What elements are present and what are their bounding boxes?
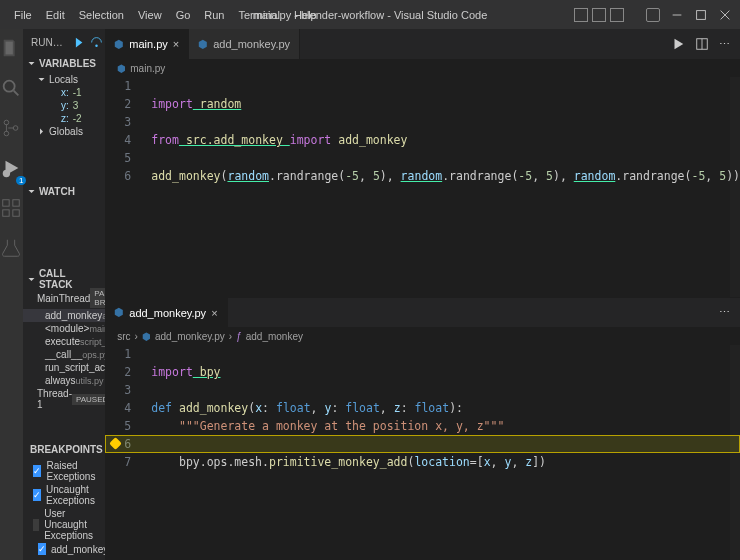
activity-bar: 1: [0, 29, 23, 560]
menu-view[interactable]: View: [132, 5, 168, 25]
window-title: main.py - blender-workflow - Visual Stud…: [253, 9, 488, 21]
chevron-down-icon: [27, 187, 36, 196]
breakpoints-header[interactable]: BREAKPOINTS: [23, 441, 105, 457]
extensions-icon[interactable]: [0, 197, 22, 221]
run-header: RUN… ⋯ ▾ ⋯: [23, 29, 105, 55]
current-line-highlight: [105, 435, 740, 453]
variable-z[interactable]: z:-2: [37, 112, 105, 125]
run-debug-icon[interactable]: 1: [0, 157, 22, 181]
svg-rect-6: [3, 200, 9, 206]
menu-run[interactable]: Run: [198, 5, 230, 25]
source-control-icon[interactable]: [0, 117, 22, 141]
python-file-icon: ⬢: [142, 331, 151, 342]
testing-icon[interactable]: [0, 237, 22, 261]
run-icon[interactable]: [671, 37, 685, 51]
split-editor-icon[interactable]: [695, 37, 709, 51]
line-gutter: 123456: [105, 77, 145, 297]
menu-edit[interactable]: Edit: [40, 5, 71, 25]
editor-tabs: ⬢main.py× ⬢add_monkey.py ⋯: [105, 29, 740, 59]
breadcrumb[interactable]: ⬢main.py: [105, 59, 740, 77]
editor-main[interactable]: 123456 import random from src.add_monkey…: [105, 77, 740, 297]
bp-file[interactable]: ✓add_monkey.pysrc6: [33, 542, 105, 556]
stack-frame[interactable]: __call__ops.py130:1: [23, 348, 105, 361]
continue-icon: [71, 36, 84, 49]
python-file-icon: ⬢: [198, 38, 208, 51]
minimap[interactable]: [730, 345, 740, 560]
variable-x[interactable]: x:-1: [37, 86, 105, 99]
variables-header[interactable]: VARIABLES: [23, 55, 105, 71]
bp-uncaught-exceptions[interactable]: ✓Uncaught Exceptions: [33, 483, 105, 507]
layout-icons[interactable]: [574, 8, 624, 22]
tab-add-monkey-py-2[interactable]: ⬢add_monkey.py×: [105, 298, 227, 327]
svg-rect-9: [13, 210, 19, 216]
menu-selection[interactable]: Selection: [73, 5, 130, 25]
menu-file[interactable]: File: [8, 5, 38, 25]
tab-add-monkey-py[interactable]: ⬢add_monkey.py: [189, 29, 300, 59]
menu-go[interactable]: Go: [170, 5, 197, 25]
more-icon[interactable]: ⋯: [719, 38, 730, 51]
watch-body: [23, 199, 105, 271]
minimize-icon[interactable]: [670, 8, 684, 22]
close-icon[interactable]: [718, 8, 732, 22]
stack-frame[interactable]: executescript_runner.py16:1: [23, 335, 105, 348]
debug-sidebar: RUN… ⋯ ▾ ⋯ VARIABLES Locals x:-1 y:3 z:-…: [23, 29, 105, 560]
tab-main-py[interactable]: ⬢main.py×: [105, 29, 189, 59]
thread-1[interactable]: Thread-1 PAUSED: [23, 387, 105, 411]
paused-badge: PAUSED: [72, 394, 105, 405]
step-over-icon: [90, 36, 103, 49]
svg-rect-7: [13, 200, 19, 206]
svg-rect-0: [697, 10, 706, 19]
chevron-right-icon: [37, 127, 46, 136]
callstack-header[interactable]: CALL STACK: [23, 271, 105, 287]
svg-point-5: [3, 170, 10, 177]
editor2-tabs: ⬢add_monkey.py× ⋯: [105, 297, 740, 327]
svg-point-4: [14, 126, 19, 131]
thread-main[interactable]: MainThread PAUSED ON BREAKPOINT: [23, 287, 105, 309]
editor-area: ⬢main.py× ⬢add_monkey.py ⋯ ⬢main.py 1234…: [105, 29, 740, 560]
maximize-icon[interactable]: [694, 8, 708, 22]
minimap[interactable]: [730, 77, 740, 297]
svg-point-2: [5, 120, 10, 125]
python-file-icon: ⬢: [117, 63, 126, 74]
paused-badge: PAUSED ON BREAKPOINT: [90, 288, 105, 308]
debug-controls[interactable]: [71, 36, 106, 49]
run-label: RUN…: [31, 37, 63, 48]
breadcrumb-2[interactable]: src › ⬢add_monkey.py › ƒ add_monkey: [105, 327, 740, 345]
bp-user-uncaught[interactable]: User Uncaught Exceptions: [33, 507, 105, 542]
search-icon[interactable]: [0, 77, 22, 101]
stack-frame[interactable]: run_script_actionscript_runner.py24:1: [23, 361, 105, 374]
variable-y[interactable]: y:3: [37, 99, 105, 112]
svg-point-1: [4, 81, 15, 92]
chevron-down-icon: [27, 59, 36, 68]
svg-point-3: [5, 131, 10, 136]
function-icon: ƒ: [236, 331, 242, 342]
stack-frame[interactable]: <module>main.py5:1: [23, 322, 105, 335]
bp-raised-exceptions[interactable]: ✓Raised Exceptions: [33, 459, 105, 483]
stack-frame[interactable]: add_monkeyadd_monkey.py6:1: [23, 309, 105, 322]
watch-header[interactable]: WATCH: [23, 183, 105, 199]
globals-group[interactable]: Globals: [37, 125, 105, 138]
chevron-down-icon: [27, 275, 36, 284]
python-file-icon: ⬢: [114, 38, 124, 51]
layout-customize-icon[interactable]: [646, 8, 660, 22]
close-icon[interactable]: ×: [211, 307, 217, 319]
locals-group[interactable]: Locals: [37, 73, 105, 86]
stack-frame[interactable]: alwaysutils.py22:1: [23, 374, 105, 387]
title-bar: File Edit Selection View Go Run Terminal…: [0, 0, 740, 29]
svg-point-10: [95, 44, 97, 46]
chevron-down-icon: [37, 75, 46, 84]
more-icon[interactable]: ⋯: [719, 306, 730, 319]
editor-add-monkey[interactable]: 1234567 import bpy def add_monkey(x: flo…: [105, 345, 740, 560]
svg-rect-8: [3, 210, 9, 216]
close-icon[interactable]: ×: [173, 38, 179, 50]
python-file-icon: ⬢: [114, 306, 124, 319]
explorer-icon[interactable]: [0, 37, 22, 61]
